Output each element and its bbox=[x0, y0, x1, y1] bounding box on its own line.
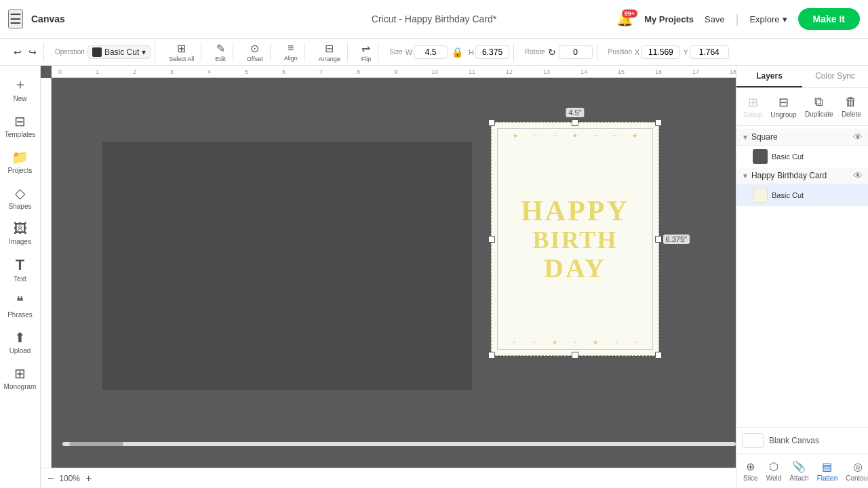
group-button[interactable]: ⊞ Group bbox=[739, 92, 766, 121]
edit-group: ✎ Edit bbox=[208, 43, 233, 62]
contour-button[interactable]: ◎ Contour bbox=[842, 458, 868, 484]
ruler-tick: 6 bbox=[282, 68, 285, 75]
ruler-tick: 3 bbox=[170, 68, 174, 75]
save-button[interactable]: Save bbox=[705, 14, 725, 24]
menu-button[interactable]: ☰ bbox=[8, 9, 23, 28]
layer-item-birthday-basic-cut[interactable]: Basic Cut bbox=[736, 184, 868, 206]
birthday-group-name: Happy Birthday Card bbox=[751, 171, 850, 180]
rotate-label: Rotate bbox=[525, 48, 545, 56]
sidebar-item-new[interactable]: ＋ New bbox=[3, 71, 38, 106]
y-label: Y bbox=[683, 48, 688, 56]
birthday-card[interactable]: 4.5" 6.375" ★~~★~~★ HAPPY BIRTH DAY bbox=[491, 122, 659, 356]
handle-bottom-right[interactable] bbox=[655, 352, 662, 359]
sidebar-item-phrases[interactable]: ❝ Phrases bbox=[3, 289, 38, 323]
offset-button[interactable]: ⊙ Offset bbox=[244, 41, 266, 64]
zoom-in-button[interactable]: + bbox=[85, 472, 92, 485]
align-label: Align bbox=[284, 55, 298, 62]
my-projects-button[interactable]: My Projects bbox=[644, 14, 694, 24]
vertical-ruler bbox=[41, 78, 52, 488]
x-input[interactable] bbox=[641, 45, 680, 59]
delete-label: Delete bbox=[842, 110, 861, 118]
handle-middle-left[interactable] bbox=[488, 236, 495, 243]
handle-bottom-left[interactable] bbox=[488, 352, 495, 359]
right-tabs: Layers Color Sync bbox=[736, 66, 868, 88]
rotate-input[interactable] bbox=[559, 45, 593, 59]
align-button[interactable]: ≡ Align bbox=[281, 41, 300, 63]
attach-icon: 📎 bbox=[792, 460, 806, 473]
handle-top-left[interactable] bbox=[488, 119, 495, 126]
redo-button[interactable]: ↪ bbox=[26, 45, 39, 59]
birthday-visibility-icon[interactable]: 👁 bbox=[853, 170, 863, 181]
text-icon: T bbox=[16, 256, 24, 274]
sidebar-item-images-label: Images bbox=[9, 238, 31, 245]
separator: | bbox=[736, 12, 739, 26]
attach-button[interactable]: 📎 Attach bbox=[785, 458, 812, 484]
arrange-label: Arrange bbox=[319, 56, 340, 62]
scrollbar-thumb[interactable] bbox=[69, 442, 123, 446]
sidebar-item-shapes[interactable]: ◇ Shapes bbox=[3, 181, 38, 214]
handle-top-middle[interactable] bbox=[572, 119, 578, 126]
operation-dropdown[interactable]: Basic Cut ▾ bbox=[87, 45, 151, 59]
tab-color-sync[interactable]: Color Sync bbox=[802, 66, 868, 87]
duplicate-button[interactable]: ⧉ Duplicate bbox=[801, 92, 837, 121]
delete-button[interactable]: 🗑 Delete bbox=[837, 92, 865, 121]
canvas-indicator: Blank Canvas bbox=[736, 427, 868, 453]
height-input[interactable] bbox=[475, 45, 509, 59]
select-all-button[interactable]: ⊞ Select All bbox=[166, 41, 197, 64]
flip-button[interactable]: ⇌ Flip bbox=[359, 41, 374, 64]
notification-button[interactable]: 🔔 99+ bbox=[616, 11, 633, 27]
flatten-icon: ▤ bbox=[822, 460, 832, 473]
square-shape[interactable] bbox=[102, 142, 472, 390]
layer-item-square-basic-cut[interactable]: Basic Cut bbox=[736, 146, 868, 167]
handle-middle-right[interactable] bbox=[655, 236, 662, 243]
sidebar-item-images[interactable]: 🖼 Images bbox=[3, 217, 38, 249]
tab-layers[interactable]: Layers bbox=[736, 66, 802, 87]
sidebar-item-text[interactable]: T Text bbox=[3, 252, 38, 287]
make-it-button[interactable]: Make It bbox=[798, 8, 860, 30]
square-thumb bbox=[753, 149, 768, 164]
sidebar-item-monogram[interactable]: ⊞ Monogram bbox=[3, 361, 38, 394]
arrange-button[interactable]: ⊟ Arrange bbox=[316, 41, 343, 64]
ruler-tick: 18 bbox=[730, 68, 736, 75]
zoom-value-label: 100% bbox=[59, 474, 80, 483]
handle-top-right[interactable] bbox=[655, 119, 662, 126]
sidebar-item-text-label: Text bbox=[14, 275, 26, 283]
monogram-icon: ⊞ bbox=[14, 365, 26, 382]
operation-color-swatch bbox=[92, 47, 102, 57]
sidebar-item-templates[interactable]: ⊟ Templates bbox=[3, 109, 38, 142]
right-icons-row: ⊞ Group ⊟ Ungroup ⧉ Duplicate 🗑 Delete bbox=[736, 88, 868, 126]
canvas-content[interactable]: 4.5" 6.375" ★~~★~~★ HAPPY BIRTH DAY bbox=[52, 78, 736, 468]
square-visibility-icon[interactable]: 👁 bbox=[853, 131, 863, 142]
rotate-icon: ↻ bbox=[548, 47, 556, 58]
width-input[interactable] bbox=[414, 45, 448, 59]
slice-button[interactable]: ⊕ Slice bbox=[739, 458, 762, 484]
undo-button[interactable]: ↩ bbox=[11, 45, 24, 59]
zoom-out-button[interactable]: − bbox=[47, 472, 54, 485]
contour-icon: ◎ bbox=[853, 460, 863, 473]
horizontal-scrollbar[interactable] bbox=[62, 442, 736, 447]
width-lock-icon[interactable]: 🔒 bbox=[449, 45, 466, 59]
card-decoration-bottom: ~~★~★~~ bbox=[498, 339, 652, 346]
layer-group-square-header[interactable]: ▼ Square 👁 bbox=[736, 129, 868, 146]
weld-button[interactable]: ⬡ Weld bbox=[762, 458, 786, 484]
shapes-icon: ◇ bbox=[15, 185, 25, 201]
operation-group: Operation Basic Cut ▾ bbox=[51, 43, 155, 62]
flatten-button[interactable]: ▤ Flatten bbox=[813, 458, 842, 484]
sidebar-item-upload[interactable]: ⬆ Upload bbox=[3, 325, 38, 359]
square-group-name: Square bbox=[751, 132, 850, 142]
notification-badge: 99+ bbox=[622, 9, 637, 18]
layers-panel: ▼ Square 👁 Basic Cut ▼ Happy Birthday Ca… bbox=[736, 126, 868, 427]
sidebar-item-projects[interactable]: 📁 Projects bbox=[3, 145, 38, 178]
contour-label: Contour bbox=[846, 474, 868, 482]
handle-bottom-middle[interactable] bbox=[572, 352, 578, 359]
offset-group: ⊙ Offset bbox=[240, 43, 271, 62]
canvas-area[interactable]: 0 1 2 3 4 5 6 7 8 9 10 11 12 13 14 15 16… bbox=[41, 66, 736, 488]
select-all-group: ⊞ Select All bbox=[162, 43, 201, 62]
layer-group-birthday-header[interactable]: ▼ Happy Birthday Card 👁 bbox=[736, 167, 868, 184]
ruler-tick: 2 bbox=[133, 68, 136, 75]
ruler-tick: 8 bbox=[357, 68, 360, 75]
explore-button[interactable]: Explore ▾ bbox=[749, 14, 787, 24]
edit-button[interactable]: ✎ Edit bbox=[212, 41, 229, 64]
ungroup-button[interactable]: ⊟ Ungroup bbox=[766, 92, 800, 121]
y-input[interactable] bbox=[690, 45, 729, 59]
